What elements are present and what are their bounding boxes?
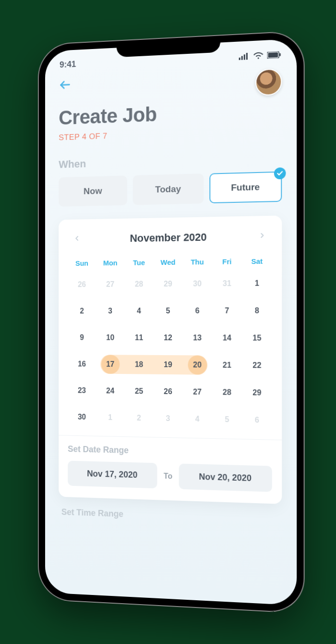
status-icons [239, 51, 281, 60]
svg-rect-0 [239, 57, 240, 60]
calendar-day[interactable]: 1 [96, 409, 124, 427]
calendar-day[interactable]: 13 [182, 329, 212, 347]
calendar-day[interactable]: 26 [154, 383, 183, 401]
calendar-day[interactable]: 6 [242, 410, 272, 430]
calendar-day[interactable]: 25 [125, 382, 154, 401]
calendar-day[interactable]: 28 [125, 275, 154, 293]
calendar-dow: Tue [125, 258, 154, 267]
svg-rect-6 [279, 53, 281, 56]
calendar-day[interactable]: 9 [68, 329, 96, 347]
date-from-chip[interactable]: Nov 17, 2020 [68, 461, 157, 489]
svg-rect-5 [268, 52, 278, 57]
calendar-day[interactable]: 17 [96, 355, 124, 373]
calendar-prev-button[interactable] [71, 232, 84, 247]
calendar-day[interactable]: 1 [242, 274, 272, 293]
when-option-today[interactable]: Today [133, 173, 204, 205]
calendar-week: 2627282930311 [68, 274, 272, 294]
when-options: NowTodayFuture [59, 172, 282, 207]
calendar-day[interactable]: 26 [68, 275, 96, 294]
calendar-dow: Sun [68, 259, 96, 267]
status-time: 9:41 [60, 59, 76, 70]
calendar-day[interactable]: 11 [125, 329, 154, 347]
calendar-day[interactable]: 23 [68, 382, 96, 400]
calendar-week: 2345678 [68, 301, 272, 320]
calendar-weeks: 2627282930311234567891011121314151617181… [68, 274, 272, 430]
divider [59, 435, 282, 440]
calendar-dow-row: SunMonTueWedThuFriSat [68, 257, 272, 267]
calendar-day[interactable]: 29 [154, 275, 183, 293]
phone-frame: 9:41 Create Job STEP 4 OF 7 When NowToda… [39, 31, 304, 612]
calendar-week: 23242526272829 [68, 382, 272, 402]
svg-rect-3 [246, 52, 248, 59]
avatar[interactable] [255, 68, 282, 96]
calendar-day[interactable]: 6 [182, 302, 212, 320]
calendar-next-button[interactable] [255, 228, 269, 244]
calendar-day[interactable]: 5 [212, 410, 242, 429]
calendar-day[interactable]: 2 [125, 409, 154, 428]
svg-rect-1 [241, 56, 243, 60]
calendar-week: 16171819202122 [68, 355, 272, 375]
calendar-day[interactable]: 31 [212, 274, 242, 293]
calendar-dow: Sat [242, 257, 272, 265]
calendar-day[interactable]: 30 [182, 274, 212, 293]
arrow-left-icon [59, 78, 72, 92]
calendar-week: 9101112131415 [68, 329, 272, 347]
calendar-day[interactable]: 3 [154, 409, 183, 428]
calendar-day[interactable]: 27 [96, 275, 124, 294]
chevron-right-icon [258, 232, 266, 240]
calendar-card: November 2020 SunMonTueWedThuFriSat 2627… [59, 215, 282, 504]
calendar-day[interactable]: 18 [125, 355, 154, 373]
calendar-title: November 2020 [130, 231, 206, 245]
calendar-day[interactable]: 20 [182, 356, 212, 374]
time-range-label: Set Time Range [59, 507, 282, 525]
calendar-day[interactable]: 5 [154, 302, 183, 320]
chevron-left-icon [73, 235, 81, 242]
calendar-day[interactable]: 12 [154, 329, 183, 347]
when-label: When [59, 152, 282, 171]
battery-icon [267, 51, 281, 59]
when-option-now[interactable]: Now [59, 175, 127, 207]
svg-line-7 [61, 85, 70, 85]
calendar-day[interactable]: 14 [212, 329, 242, 347]
calendar-day[interactable]: 19 [154, 356, 183, 374]
calendar-day[interactable]: 15 [242, 329, 272, 347]
calendar-day[interactable]: 22 [242, 356, 272, 375]
date-range-label: Set Date Range [68, 444, 272, 459]
calendar-day[interactable]: 21 [212, 356, 242, 375]
calendar-day[interactable]: 7 [212, 301, 242, 320]
calendar-day[interactable]: 30 [68, 408, 96, 426]
screen: 9:41 Create Job STEP 4 OF 7 When NowToda… [45, 38, 297, 605]
calendar-dow: Mon [96, 259, 124, 267]
svg-rect-2 [244, 54, 245, 60]
when-option-future[interactable]: Future [209, 172, 282, 204]
calendar-day[interactable]: 4 [125, 302, 154, 320]
date-to-chip[interactable]: Nov 20, 2020 [179, 464, 272, 492]
calendar-day[interactable]: 27 [182, 383, 212, 401]
calendar-day[interactable]: 4 [182, 409, 212, 428]
calendar-dow: Thu [182, 258, 212, 266]
calendar-day[interactable]: 29 [242, 384, 272, 402]
calendar-day[interactable]: 8 [242, 301, 272, 320]
calendar-dow: Fri [212, 257, 242, 266]
back-button[interactable] [59, 78, 72, 94]
cellular-icon [239, 52, 250, 60]
calendar-day[interactable]: 16 [68, 355, 96, 373]
calendar-week: 30123456 [68, 408, 272, 430]
calendar-day[interactable]: 24 [96, 382, 124, 400]
calendar-dow: Wed [154, 258, 183, 267]
calendar-day[interactable]: 28 [212, 383, 242, 402]
calendar-day[interactable]: 3 [96, 302, 124, 320]
calendar-day[interactable]: 2 [68, 302, 96, 321]
date-range-to-label: To [164, 471, 172, 481]
calendar-day[interactable]: 10 [96, 329, 124, 347]
wifi-icon [253, 52, 263, 59]
check-icon [274, 167, 286, 179]
